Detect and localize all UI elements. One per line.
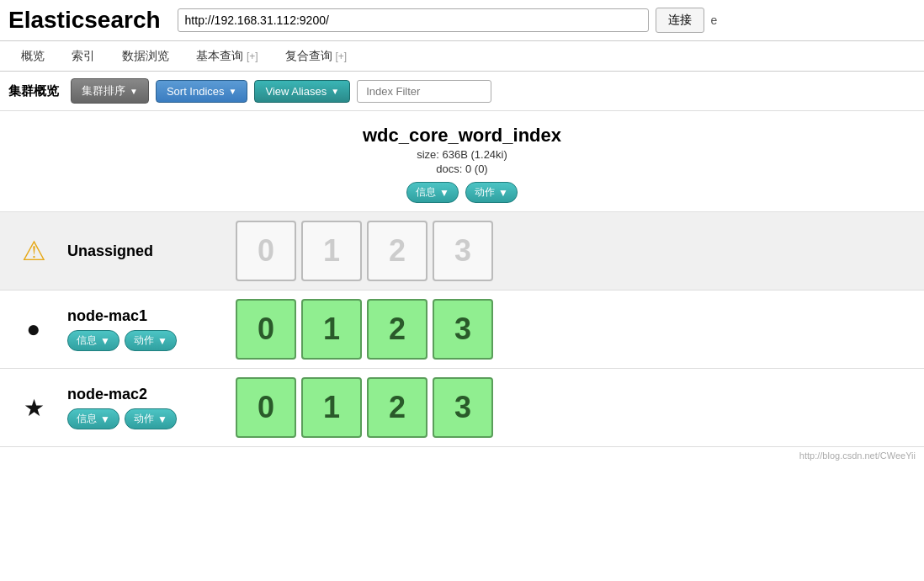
- warning-icon: ⚠: [17, 235, 50, 267]
- node-mac1-name: node-mac1: [67, 307, 202, 325]
- index-size: size: 636B (1.24ki): [8, 148, 916, 161]
- app-title: Elasticsearch: [8, 7, 161, 34]
- node-mac2-action-button[interactable]: 动作 ▼: [125, 408, 177, 429]
- cluster-sort-caret-icon: ▼: [130, 87, 138, 96]
- node-mac1-buttons: 信息 ▼ 动作 ▼: [67, 330, 202, 351]
- tab-overview[interactable]: 概览: [8, 41, 57, 71]
- unassigned-label: Unassigned: [67, 243, 202, 260]
- node-mac2-info: node-mac2 信息 ▼ 动作 ▼: [67, 386, 202, 429]
- node-mac1-action-caret-icon: ▼: [157, 335, 167, 347]
- watermark: http://blog.csdn.net/CWeeYii: [0, 447, 924, 464]
- main-content: wdc_core_word_index size: 636B (1.24ki) …: [0, 111, 924, 447]
- tab-compound-query[interactable]: 复合查询 [+]: [273, 41, 360, 71]
- tab-basic-query[interactable]: 基本查询 [+]: [183, 41, 271, 71]
- tab-indices[interactable]: 索引: [59, 41, 108, 71]
- index-info-caret-icon: ▼: [439, 187, 449, 199]
- toolbar: 集群概览 集群排序 ▼ Sort Indices ▼ View Aliases …: [0, 72, 924, 111]
- shard-3: 3: [433, 377, 493, 438]
- node-mac2-name: node-mac2: [67, 386, 202, 403]
- extra-label: e: [711, 13, 718, 27]
- node-mac1-info: node-mac1 信息 ▼ 动作 ▼: [67, 307, 202, 351]
- index-action-caret-icon: ▼: [498, 187, 508, 199]
- shard-1: 1: [301, 377, 362, 438]
- shard-0: 0: [236, 377, 296, 438]
- unassigned-info: Unassigned: [67, 243, 202, 260]
- node-mac1-action-button[interactable]: 动作 ▼: [125, 330, 177, 351]
- index-docs: docs: 0 (0): [8, 163, 916, 175]
- node-mac2-row: ★ node-mac2 信息 ▼ 动作 ▼ 0 1 2 3: [0, 369, 924, 447]
- shard-1: 1: [301, 299, 362, 360]
- node-mac2-info-button[interactable]: 信息 ▼: [67, 408, 119, 429]
- node-mac1-row: ● node-mac1 信息 ▼ 动作 ▼ 0 1 2 3: [0, 290, 924, 369]
- sort-indices-button[interactable]: Sort Indices ▼: [156, 80, 248, 103]
- shard-2: 2: [367, 377, 427, 438]
- index-name: wdc_core_word_index: [8, 125, 916, 147]
- index-info-button[interactable]: 信息 ▼: [406, 182, 459, 203]
- connect-button[interactable]: 连接: [656, 8, 704, 33]
- node-mac2-buttons: 信息 ▼ 动作 ▼: [67, 408, 202, 429]
- shard-0: 0: [236, 221, 296, 281]
- url-input[interactable]: [178, 8, 649, 32]
- shard-0: 0: [236, 299, 296, 360]
- view-aliases-caret-icon: ▼: [331, 87, 339, 96]
- view-aliases-button[interactable]: View Aliases ▼: [254, 80, 350, 103]
- section-label: 集群概览: [8, 83, 59, 99]
- circle-icon: ●: [17, 316, 50, 343]
- node-mac1-info-button[interactable]: 信息 ▼: [67, 330, 119, 351]
- star-icon: ★: [17, 394, 50, 422]
- node-mac1-info-caret-icon: ▼: [100, 335, 110, 347]
- header: Elasticsearch 连接 e: [0, 0, 924, 41]
- node-mac2-shards: 0 1 2 3: [236, 377, 493, 438]
- shard-3: 3: [433, 221, 493, 281]
- node-mac1-shards: 0 1 2 3: [236, 299, 493, 360]
- index-action-button[interactable]: 动作 ▼: [465, 182, 518, 203]
- node-mac2-action-caret-icon: ▼: [157, 413, 167, 425]
- index-info: wdc_core_word_index size: 636B (1.24ki) …: [0, 111, 924, 212]
- shard-2: 2: [367, 299, 427, 360]
- cluster-sort-button[interactable]: 集群排序 ▼: [71, 78, 149, 104]
- unassigned-shards: 0 1 2 3: [236, 221, 493, 281]
- sort-indices-caret-icon: ▼: [229, 87, 237, 96]
- shard-3: 3: [433, 299, 493, 360]
- tab-data-browser[interactable]: 数据浏览: [109, 41, 182, 71]
- shard-2: 2: [367, 221, 427, 281]
- nav-tabs: 概览 索引 数据浏览 基本查询 [+] 复合查询 [+]: [0, 41, 924, 72]
- shard-1: 1: [301, 221, 362, 281]
- index-filter-input[interactable]: [357, 80, 491, 103]
- index-actions: 信息 ▼ 动作 ▼: [8, 182, 916, 203]
- unassigned-row: ⚠ Unassigned 0 1 2 3: [0, 212, 924, 290]
- node-mac2-info-caret-icon: ▼: [100, 413, 110, 425]
